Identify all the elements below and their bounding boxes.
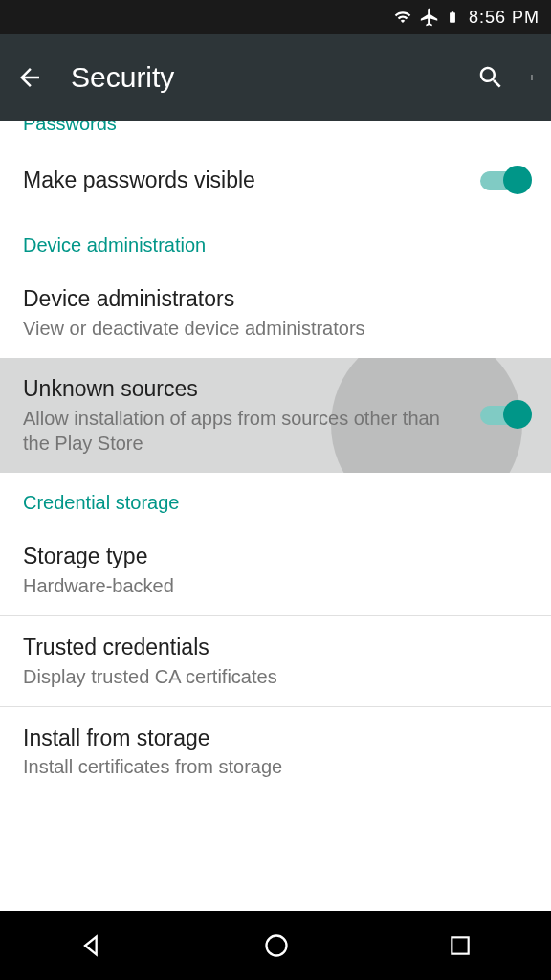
setting-trusted-credentials[interactable]: Trusted credentials Display trusted CA c… (0, 616, 551, 706)
setting-storage-type[interactable]: Storage type Hardware-backed (0, 525, 551, 615)
setting-title: Unknown sources (23, 375, 465, 404)
section-passwords: Passwords (0, 121, 551, 146)
app-bar: Security (0, 34, 551, 121)
triangle-back-icon (78, 932, 105, 959)
setting-install-from-storage[interactable]: Install from storage Install certificate… (0, 707, 551, 797)
section-credential-storage: Credential storage (0, 473, 551, 525)
setting-subtitle: Display trusted CA certificates (23, 664, 528, 689)
svg-rect-1 (452, 937, 468, 953)
setting-subtitle: Hardware-backed (23, 573, 528, 598)
status-bar: 8:56 PM (0, 0, 551, 34)
settings-content[interactable]: Passwords Make passwords visible Device … (0, 121, 551, 911)
status-icons: 8:56 PM (392, 7, 540, 28)
section-device-administration: Device administration (0, 215, 551, 268)
setting-title: Make passwords visible (23, 167, 465, 195)
navigation-bar (0, 911, 551, 980)
toggle-make-passwords-visible[interactable] (480, 171, 528, 190)
setting-make-passwords-visible[interactable]: Make passwords visible (0, 146, 551, 215)
back-button[interactable] (15, 63, 44, 92)
battery-icon (446, 7, 459, 28)
setting-subtitle: View or deactivate device administrators (23, 316, 528, 341)
setting-title: Device administrators (23, 285, 528, 314)
nav-back-button[interactable] (78, 932, 105, 959)
more-vert-icon (528, 63, 536, 92)
nav-recent-button[interactable] (448, 933, 473, 958)
square-recent-icon (448, 933, 473, 958)
setting-title: Storage type (23, 543, 528, 571)
toggle-unknown-sources[interactable] (480, 406, 528, 425)
search-button[interactable] (476, 63, 505, 92)
setting-unknown-sources[interactable]: Unknown sources Allow installation of ap… (0, 358, 551, 473)
setting-subtitle: Allow installation of apps from sources … (23, 406, 465, 456)
nav-home-button[interactable] (263, 932, 290, 959)
airplane-icon (419, 7, 440, 28)
circle-home-icon (263, 932, 290, 959)
svg-point-0 (266, 936, 286, 956)
page-title: Security (71, 61, 476, 94)
wifi-icon (392, 9, 413, 26)
overflow-menu-button[interactable] (528, 63, 536, 92)
setting-subtitle: Install certificates from storage (23, 754, 528, 779)
arrow-back-icon (15, 63, 44, 92)
setting-title: Install from storage (23, 724, 528, 753)
setting-title: Trusted credentials (23, 634, 528, 662)
status-time: 8:56 PM (469, 8, 540, 28)
setting-device-administrators[interactable]: Device administrators View or deactivate… (0, 268, 551, 358)
search-icon (476, 63, 505, 92)
